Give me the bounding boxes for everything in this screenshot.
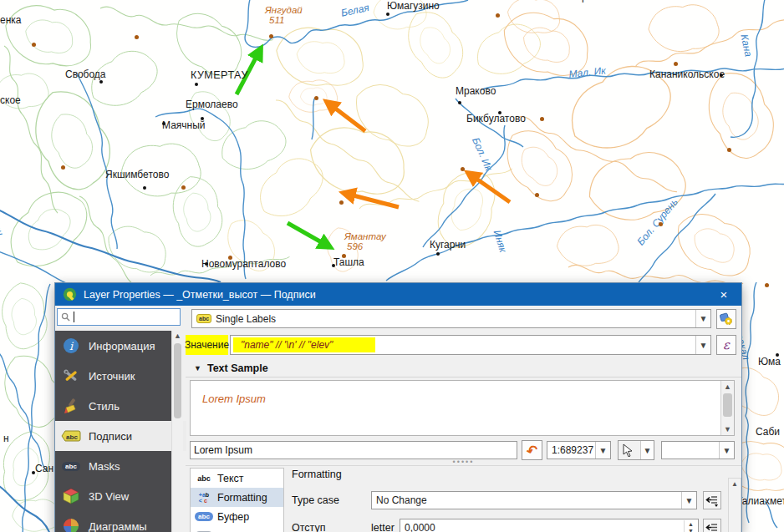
type-case-combo[interactable]: No Change ▼ bbox=[371, 491, 697, 509]
data-defined-override-icon bbox=[705, 521, 719, 532]
map-town-label: Бикбулатово bbox=[466, 114, 526, 124]
town-dot bbox=[776, 353, 779, 357]
sidebar-item-masks[interactable]: abc Masks bbox=[55, 451, 171, 481]
spot-height-dot bbox=[496, 13, 500, 18]
wrench-icon bbox=[61, 367, 81, 385]
scrollbar-handle[interactable] bbox=[174, 343, 181, 418]
map-town-label: Юма bbox=[758, 357, 781, 367]
search-input[interactable] bbox=[57, 308, 181, 326]
scroll-up-icon[interactable]: ▲ bbox=[721, 381, 734, 393]
letter-spacing-value: 0,0000 bbox=[405, 522, 435, 532]
sidebar-item-label: Источник bbox=[89, 370, 135, 383]
spot-height-dot bbox=[535, 193, 539, 197]
pie-chart-icon bbox=[61, 517, 81, 532]
expression-combo[interactable]: "name" // '\n' // "elev" ▼ bbox=[230, 335, 711, 355]
sample-text-input[interactable]: Lorem Ipsum bbox=[190, 441, 517, 459]
splitter-handle[interactable]: ••••• bbox=[186, 460, 741, 466]
search-icon bbox=[61, 312, 70, 322]
town-dot bbox=[143, 186, 146, 190]
properties-sidebar: i Информация Источник Сти bbox=[55, 331, 171, 532]
expression-highlight: "name" // '\n' // "elev" bbox=[233, 337, 375, 352]
map-town-label: Галиахмет bbox=[737, 496, 784, 506]
scrollbar-handle[interactable] bbox=[723, 393, 732, 417]
map-town-label: н bbox=[3, 433, 9, 443]
orange-annotation-arrow bbox=[327, 102, 365, 131]
spot-height-dot bbox=[32, 43, 36, 47]
map-town-label: Мраково bbox=[456, 86, 496, 96]
tab-text[interactable]: abc Текст bbox=[191, 469, 283, 488]
tab-buffer[interactable]: abc Буфер bbox=[191, 507, 283, 526]
spot-height-dot bbox=[659, 222, 663, 226]
dialog-titlebar[interactable]: Layer Properties — _Отметки_высот — Подп… bbox=[55, 283, 741, 306]
spot-height-dot bbox=[314, 96, 318, 100]
green-annotation-arrow bbox=[288, 223, 330, 247]
preview-scale-combo[interactable]: 1:689237 ▼ bbox=[547, 441, 611, 459]
layer-properties-dialog: Layer Properties — _Отметки_высот — Подп… bbox=[54, 282, 742, 532]
qgis-logo-icon bbox=[63, 287, 77, 301]
label-mode-combo[interactable]: abc Single Labels ▼ bbox=[191, 309, 711, 328]
map-scale-tool-button[interactable]: ▼ bbox=[618, 440, 654, 460]
dialog-title: Layer Properties — _Отметки_высот — Подп… bbox=[84, 289, 316, 301]
text-sample-title: Text Sample bbox=[207, 362, 268, 374]
chevron-down-icon[interactable]: ▼ bbox=[681, 492, 696, 509]
type-case-value: No Change bbox=[376, 494, 427, 506]
chevron-down-icon[interactable]: ▼ bbox=[695, 336, 710, 354]
tab-mask[interactable]: abc Mask bbox=[191, 526, 283, 532]
text-sample-header[interactable]: ▼ Text Sample bbox=[186, 360, 741, 377]
map-town-label: Маячный bbox=[162, 120, 206, 130]
scroll-down-icon[interactable]: ▼ bbox=[721, 423, 734, 435]
epsilon-icon: ε bbox=[723, 337, 730, 352]
tab-formatting[interactable]: +ab< c Formatting bbox=[191, 488, 283, 507]
preview-scrollbar[interactable]: ▲ ▼ bbox=[720, 381, 734, 435]
sidebar-item-diagrams[interactable]: Диаграммы bbox=[55, 511, 171, 532]
town-dot bbox=[201, 117, 204, 120]
spot-height-dot bbox=[540, 117, 544, 121]
cursor-icon bbox=[623, 443, 635, 457]
sidebar-item-3d-view[interactable]: 3D View bbox=[55, 481, 171, 511]
sidebar-item-label: Masks bbox=[89, 460, 120, 473]
spacing-data-defined-button[interactable] bbox=[703, 519, 721, 532]
sidebar-item-labels[interactable]: abc Подписи bbox=[55, 421, 186, 451]
letter-spacing-spinbox[interactable]: 0,0000 ▲▼ bbox=[400, 519, 699, 532]
chevron-down-icon[interactable]: ▼ bbox=[719, 442, 734, 459]
undo-icon: ↶ bbox=[525, 441, 540, 459]
town-dot bbox=[458, 101, 461, 104]
spot-height-dot bbox=[269, 34, 273, 38]
text-abc-icon: abc bbox=[195, 474, 213, 483]
spot-height-dot bbox=[61, 165, 65, 170]
paper-size-combo[interactable]: ▼ bbox=[661, 441, 735, 459]
paintbrush-icon bbox=[61, 397, 81, 415]
masks-abc-icon: abc bbox=[61, 457, 81, 475]
chevron-down-icon[interactable]: ▼ bbox=[595, 442, 610, 459]
spin-arrows-icon[interactable]: ▲▼ bbox=[684, 520, 697, 532]
sidebar-item-information[interactable]: i Информация bbox=[55, 331, 171, 361]
formatting-panel-scrollbar[interactable]: ▲ bbox=[728, 478, 741, 532]
map-town-label: Сан bbox=[35, 464, 53, 474]
type-case-data-defined-button[interactable] bbox=[703, 491, 721, 509]
sidebar-scrollbar[interactable]: ▲ bbox=[171, 331, 183, 532]
preview-text: Lorem Ipsum bbox=[202, 393, 266, 405]
tab-label: Буфер bbox=[217, 511, 249, 523]
reset-sample-button[interactable]: ↶ bbox=[522, 440, 542, 460]
expression-builder-button[interactable]: ε bbox=[716, 335, 736, 355]
town-dot bbox=[720, 73, 723, 77]
collapse-triangle-icon: ▼ bbox=[194, 364, 201, 372]
svg-text:abc: abc bbox=[66, 433, 78, 441]
expression-text: "name" // '\n' // "elev" bbox=[233, 339, 333, 351]
sidebar-item-source[interactable]: Источник bbox=[55, 361, 171, 391]
spot-height-dot bbox=[228, 256, 232, 260]
scroll-up-icon[interactable]: ▲ bbox=[729, 479, 741, 489]
text-caret bbox=[74, 312, 74, 322]
gear-icon bbox=[720, 312, 734, 327]
scale-value: 1:689237 bbox=[552, 444, 593, 456]
map-elevation-label: 596 bbox=[347, 242, 363, 252]
chevron-down-icon[interactable]: ▼ bbox=[695, 310, 710, 327]
close-icon[interactable]: × bbox=[706, 283, 741, 306]
text-sample-preview: Lorem Ipsum ▲ ▼ bbox=[190, 380, 735, 436]
chevron-down-icon[interactable]: ▼ bbox=[640, 441, 654, 459]
sidebar-item-style[interactable]: Стиль bbox=[55, 391, 171, 421]
scroll-up-icon[interactable]: ▲ bbox=[172, 331, 183, 342]
auto-placement-settings-button[interactable] bbox=[716, 309, 736, 329]
orange-annotation-arrow bbox=[344, 193, 399, 207]
map-town-label: Саби bbox=[756, 427, 780, 437]
